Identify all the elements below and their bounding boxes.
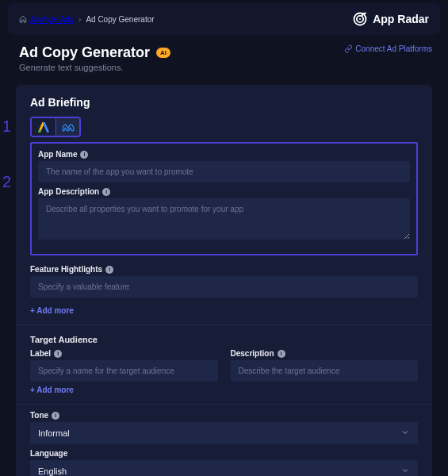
platform-toggle: [30, 117, 81, 137]
app-name-field: App Name i: [38, 150, 410, 182]
app-name-label: App Name: [38, 150, 77, 159]
breadcrumb-root[interactable]: Analyze Ads: [19, 15, 74, 24]
ai-badge: AI: [156, 48, 170, 58]
add-audience-button[interactable]: + Add more: [16, 382, 88, 397]
language-select[interactable]: English: [30, 460, 418, 476]
info-icon[interactable]: i: [105, 266, 113, 274]
info-icon[interactable]: i: [52, 412, 59, 420]
info-icon[interactable]: i: [278, 350, 285, 358]
breadcrumb-root-label: Analyze Ads: [30, 15, 74, 24]
brand-name: App Radar: [373, 13, 429, 25]
annotation-marker-2: 2: [2, 173, 11, 191]
language-field: Language English: [16, 449, 432, 476]
app-info-group: App Name i App Description i: [30, 142, 418, 255]
feature-highlight-input[interactable]: [30, 276, 418, 298]
app-description-label: App Description: [38, 187, 99, 196]
page-title: Ad Copy Generator: [19, 44, 150, 61]
platform-google-ads-tab[interactable]: [32, 118, 56, 136]
target-audience-row: Label i Description i: [16, 349, 432, 382]
breadcrumb-leaf-label: Ad Copy Generator: [86, 15, 154, 24]
audience-label-input[interactable]: [30, 360, 218, 382]
svg-point-3: [38, 129, 40, 132]
add-feature-button[interactable]: + Add more: [16, 303, 88, 318]
topbar: Analyze Ads › Ad Copy Generator App Rada…: [8, 3, 440, 35]
info-icon[interactable]: i: [102, 188, 110, 196]
connect-platforms-label: Connect Ad Platforms: [355, 44, 432, 53]
radar-icon: [352, 11, 368, 27]
page-header: Ad Copy Generator AI Generate text sugge…: [0, 38, 448, 82]
app-description-field: App Description i: [38, 187, 410, 243]
audience-description-input[interactable]: [231, 360, 419, 382]
tone-label: Tone: [30, 411, 48, 420]
panel-title: Ad Briefing: [16, 96, 432, 117]
breadcrumb-chevron-icon: ›: [78, 15, 81, 24]
ad-briefing-panel: Ad Briefing App Name i App Description: [16, 85, 432, 476]
info-icon[interactable]: i: [54, 350, 62, 358]
link-icon: [344, 44, 353, 53]
audience-label-label: Label: [30, 349, 51, 358]
svg-point-2: [359, 18, 361, 20]
annotation-marker-1: 1: [2, 117, 11, 136]
tone-select[interactable]: Informal: [30, 422, 418, 444]
divider: [16, 404, 432, 405]
home-icon: [19, 15, 27, 23]
meta-icon: [62, 123, 75, 132]
audience-description-label: Description: [231, 349, 274, 358]
feature-highlights-field: Feature Hightlights i: [16, 265, 432, 298]
topbar-shell: Analyze Ads › Ad Copy Generator App Rada…: [8, 3, 440, 35]
tone-field: Tone i Informal: [16, 411, 432, 444]
app-name-input[interactable]: [38, 161, 410, 182]
feature-highlights-label: Feature Hightlights: [30, 265, 102, 274]
breadcrumb: Analyze Ads › Ad Copy Generator: [19, 15, 155, 24]
connect-platforms-link[interactable]: Connect Ad Platforms: [344, 44, 432, 53]
divider: [16, 324, 432, 325]
page-subtitle: Generate text suggestions.: [19, 63, 170, 72]
platform-meta-tab[interactable]: [56, 118, 79, 136]
app-description-input[interactable]: [38, 198, 410, 240]
google-ads-icon: [38, 122, 49, 132]
target-audience-section-label: Target Audience: [16, 332, 432, 349]
info-icon[interactable]: i: [80, 151, 88, 159]
language-label: Language: [30, 449, 67, 458]
brand: App Radar: [352, 11, 429, 27]
